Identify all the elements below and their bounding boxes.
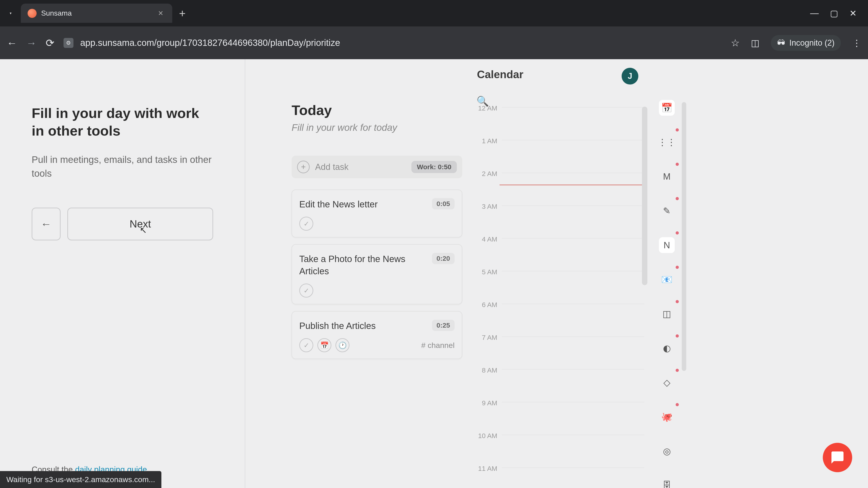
nav-button-row: ← Next ↖	[32, 207, 213, 240]
hour-label: 5 AM	[470, 268, 497, 276]
task-title: Edit the News letter	[299, 198, 427, 210]
hour-label: 6 AM	[470, 301, 497, 308]
task-time-badge: 0:05	[432, 198, 455, 209]
google-calendar-button[interactable]: 📅	[659, 100, 675, 116]
task-card[interactable]: Take a Photo for the News Articles0:20✓	[291, 244, 462, 304]
hour-line	[502, 140, 644, 140]
bookmark-star-icon[interactable]: ☆	[731, 37, 740, 48]
asana-icon: ⋮⋮	[659, 134, 675, 150]
gmail-button[interactable]: M	[659, 168, 675, 184]
new-tab-button[interactable]: +	[179, 7, 186, 20]
trello-button[interactable]: ◫	[659, 306, 675, 322]
hour-label: 11 AM	[470, 465, 497, 473]
task-title: Take a Photo for the News Articles	[299, 253, 427, 277]
url-area[interactable]: ⚙ app.sunsama.com/group/1703182764469638…	[64, 38, 722, 48]
hour-row[interactable]: 5 AM	[470, 268, 644, 301]
asana-button[interactable]: ⋮⋮	[659, 134, 675, 150]
notification-dot	[676, 334, 679, 337]
url-text: app.sunsama.com/group/17031827644696380/…	[80, 38, 340, 48]
task-card[interactable]: Edit the News letter0:05✓	[291, 190, 462, 237]
current-time-line	[500, 185, 644, 185]
calendar-scrollbar[interactable]	[642, 107, 647, 285]
target-button[interactable]: ◎	[659, 443, 675, 459]
hour-row[interactable]: 11 AM	[470, 465, 644, 488]
hour-line	[502, 467, 644, 468]
wizard-next-button[interactable]: Next ↖	[67, 207, 213, 240]
github-button[interactable]: 🐙	[659, 409, 675, 425]
hour-row[interactable]: 1 AM	[470, 137, 644, 170]
google-calendar-icon: 📅	[659, 100, 675, 116]
hour-row[interactable]: 4 AM	[470, 235, 644, 268]
work-total-badge: Work: 0:50	[411, 161, 457, 173]
close-tab-icon[interactable]: ×	[158, 8, 163, 18]
calendar-grid[interactable]: 12 AM1 AM2 AM3 AM4 AM5 AM6 AM7 AM8 AM9 A…	[470, 104, 644, 488]
tabs-dropdown-icon[interactable]: ▾	[3, 5, 19, 21]
browser-status-bar: Waiting for s3-us-west-2.amazonaws.com..…	[0, 471, 161, 488]
linear-button[interactable]: ◐	[659, 340, 675, 356]
reload-icon[interactable]: ⟳	[46, 37, 55, 49]
side-panel-icon[interactable]: ◫	[751, 38, 760, 48]
clickup-button[interactable]: ◇	[659, 375, 675, 390]
hour-row[interactable]: 8 AM	[470, 366, 644, 399]
hour-row[interactable]: 7 AM	[470, 334, 644, 366]
hour-row[interactable]: 6 AM	[470, 301, 644, 334]
complete-check-icon[interactable]: ✓	[299, 284, 313, 297]
complete-check-icon[interactable]: ✓	[299, 338, 313, 352]
browser-menu-icon[interactable]: ⋮	[852, 38, 861, 48]
cursor-icon: ↖	[140, 225, 147, 235]
rail-scrollbar[interactable]	[682, 102, 686, 371]
forward-icon[interactable]: →	[26, 37, 37, 49]
notion-icon: N	[659, 237, 675, 253]
hour-line	[502, 369, 644, 369]
hour-row[interactable]: 12 AM	[470, 104, 644, 137]
notification-dot	[676, 163, 679, 166]
clickup-icon: ◇	[659, 375, 675, 390]
chat-icon	[830, 450, 845, 465]
notification-dot	[676, 403, 679, 406]
add-task-row[interactable]: + Add task Work: 0:50	[291, 156, 462, 178]
add-task-label: Add task	[315, 162, 406, 172]
hour-line	[502, 173, 644, 173]
tab-title: Sunsama	[41, 9, 154, 18]
hour-row[interactable]: 3 AM	[470, 203, 644, 235]
close-window-icon[interactable]: ✕	[849, 8, 857, 18]
hour-line	[502, 304, 644, 304]
task-card[interactable]: Publish the Articles0:25✓📅🕐# channel	[291, 311, 462, 359]
clock-icon[interactable]: 🕐	[336, 338, 349, 352]
hour-line	[502, 271, 644, 271]
calendar-scrollbar-thumb[interactable]	[642, 107, 647, 285]
hour-label: 4 AM	[470, 235, 497, 243]
outlook-button[interactable]: 📧	[659, 271, 675, 287]
integration-rail: 📅⋮⋮M✎N📧◫◐◇🐙◎🗄	[658, 100, 676, 488]
hour-row[interactable]: 2 AM	[470, 170, 644, 203]
minimize-icon[interactable]: —	[810, 8, 819, 18]
hour-line	[502, 205, 644, 206]
todoist-button[interactable]: ✎	[659, 203, 675, 219]
channel-tag[interactable]: # channel	[421, 341, 455, 350]
complete-check-icon[interactable]: ✓	[299, 217, 313, 231]
maximize-icon[interactable]: ▢	[830, 8, 838, 18]
task-time-badge: 0:20	[432, 253, 455, 264]
hour-row[interactable]: 10 AM	[470, 432, 644, 465]
site-settings-icon[interactable]: ⚙	[64, 38, 73, 48]
browser-tab[interactable]: Sunsama ×	[21, 4, 172, 23]
archive-button[interactable]: 🗄	[659, 478, 675, 488]
task-title: Publish the Articles	[299, 320, 427, 332]
hour-label: 12 AM	[470, 104, 497, 112]
user-avatar[interactable]: J	[622, 68, 638, 85]
hour-row[interactable]: 9 AM	[470, 399, 644, 432]
linear-icon: ◐	[659, 340, 675, 356]
calendar-icon[interactable]: 📅	[317, 338, 331, 352]
gmail-icon: M	[659, 168, 675, 184]
outlook-icon: 📧	[659, 271, 675, 287]
notion-button[interactable]: N	[659, 237, 675, 253]
trello-icon: ◫	[659, 306, 675, 322]
wizard-back-button[interactable]: ←	[32, 207, 61, 240]
github-icon: 🐙	[659, 409, 675, 425]
support-chat-button[interactable]	[823, 443, 852, 472]
target-icon: ◎	[659, 443, 675, 459]
incognito-chip[interactable]: 🕶 Incognito (2)	[771, 35, 841, 51]
left-panel-title: Fill in your day with work in other tool…	[32, 104, 213, 139]
back-icon[interactable]: ←	[7, 37, 17, 49]
hour-label: 3 AM	[470, 203, 497, 210]
